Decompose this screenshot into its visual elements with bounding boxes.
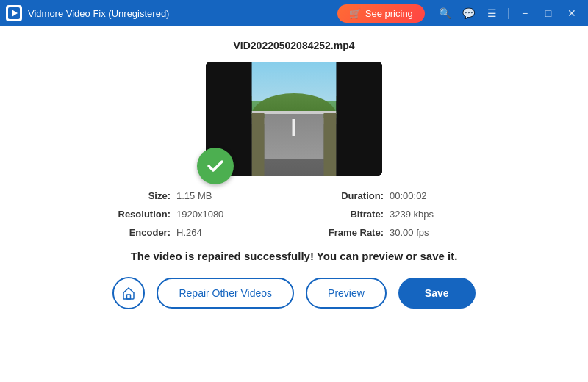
size-label: Size: [81, 190, 176, 201]
size-value: 1.15 MB [176, 190, 294, 201]
see-pricing-button[interactable]: 🛒 See pricing [337, 4, 425, 23]
chat-icon-button[interactable]: 💬 [459, 3, 479, 24]
file-name: VID20220502084252.mp4 [233, 40, 354, 51]
home-button[interactable] [112, 277, 145, 309]
main-content: VID20220502084252.mp4 [0, 26, 588, 382]
success-badge [197, 148, 234, 184]
minimize-button[interactable]: − [514, 3, 535, 24]
save-button[interactable]: Save [398, 278, 476, 309]
video-frame [252, 62, 337, 176]
framerate-value: 30.00 fps [390, 227, 507, 238]
close-button[interactable]: ✕ [562, 3, 582, 24]
bitrate-label: Bitrate: [294, 209, 390, 220]
repair-other-button[interactable]: Repair Other Videos [157, 278, 294, 309]
video-thumbnail-container [206, 62, 382, 176]
encoder-value: H.264 [176, 227, 294, 238]
search-icon-button[interactable]: 🔍 [435, 3, 456, 24]
maximize-button[interactable]: □ [538, 3, 559, 24]
titlebar: Vidmore Video Fix (Unregistered) 🛒 See p… [0, 0, 588, 26]
preview-button[interactable]: Preview [306, 278, 387, 309]
cart-icon: 🛒 [349, 8, 361, 19]
app-title: Vidmore Video Fix (Unregistered) [28, 8, 337, 19]
menu-icon-button[interactable]: ☰ [482, 3, 503, 24]
video-info-grid: Size: 1.15 MB Duration: 00:00:02 Resolut… [81, 190, 507, 238]
success-message: The video is repaired successfully! You … [131, 250, 458, 262]
titlebar-separator: | [507, 7, 510, 20]
duration-value: 00:00:02 [390, 190, 507, 201]
encoder-label: Encoder: [81, 227, 176, 238]
app-logo [6, 5, 22, 21]
bottom-buttons: Repair Other Videos Preview Save [112, 277, 475, 309]
svg-rect-2 [127, 295, 131, 299]
resolution-value: 1920x1080 [176, 209, 294, 220]
bitrate-value: 3239 kbps [390, 209, 507, 220]
video-preview [252, 62, 337, 176]
framerate-label: Frame Rate: [294, 227, 390, 238]
titlebar-controls: 🛒 See pricing 🔍 💬 ☰ | − □ ✕ [337, 3, 582, 24]
resolution-label: Resolution: [81, 209, 176, 220]
duration-label: Duration: [294, 190, 390, 201]
